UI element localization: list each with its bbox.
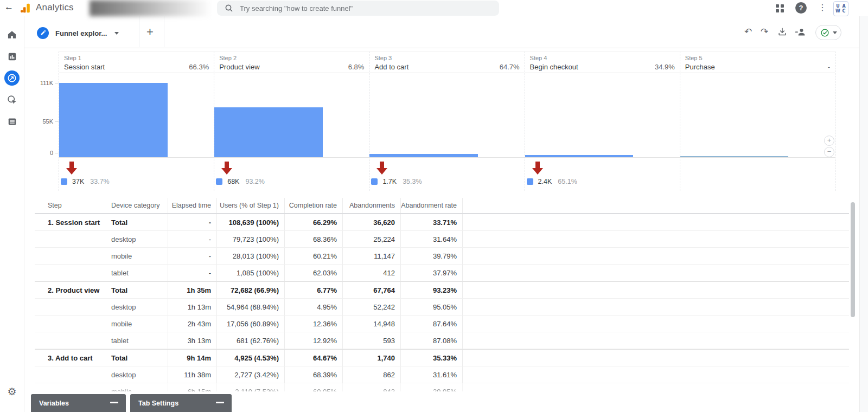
cell-device-category: tablet [108,265,168,281]
add-tab-button[interactable]: + [146,26,154,38]
tab-settings-panel-label: Tab Settings [138,400,178,407]
search-bar[interactable] [217,1,499,16]
sidebar-item-advertising[interactable] [0,93,24,106]
minimize-icon[interactable] [216,402,224,403]
cell-users: 17,056 (60.89%) [217,316,285,332]
applied-steps-button[interactable] [815,25,841,40]
zoom-out-button[interactable]: − [824,147,834,157]
col-header-completion-rate[interactable]: Completion rate [285,198,343,213]
table-row[interactable]: mobile 6h 15m 2,110 (7.53%) 60.05% 843 3… [35,383,849,391]
redacted-property-selector[interactable] [90,0,212,16]
funnel-bar[interactable] [59,83,168,157]
minimize-icon[interactable] [110,402,118,403]
funnel-step-label: Step 5 [685,55,830,61]
cell-abandonments: 52,242 [343,299,401,315]
abandonment-rate: 93.2% [245,178,264,185]
active-exploration-tab[interactable]: Funnel explor... [37,25,119,41]
cell-completion-rate: 62.03% [285,265,343,281]
cell-completion-rate: 12.92% [285,332,343,349]
apps-grid-icon[interactable] [776,4,784,12]
funnel-bar[interactable] [680,156,789,157]
funnel-plot-cell[interactable] [525,73,680,158]
legend-square-icon [371,178,378,185]
cell-abandonment-rate: 87.64% [401,316,463,332]
cell-step: 3. Add to cart [35,354,108,362]
table-row[interactable]: desktop - 79,723 (100%) 68.36% 25,224 31… [35,231,849,248]
table-row[interactable]: 1. Session start Total - 108,639 (100%) … [35,214,849,231]
funnel-plot-cell[interactable] [214,73,369,158]
col-header-abandonment-rate[interactable]: Abandonment rate [401,198,463,213]
zoom-in-button[interactable]: + [824,136,834,146]
funnel-bar[interactable] [369,154,478,157]
table-row[interactable]: desktop 1h 13m 54,964 (68.94%) 4.95% 52,… [35,299,849,316]
search-input[interactable] [239,4,480,13]
funnel-step-label: Step 1 [64,55,209,61]
analytics-logo-icon[interactable] [20,2,31,14]
admin-gear-icon[interactable]: ⚙ [0,385,24,398]
funnel-bar[interactable] [214,107,323,157]
share-users-icon[interactable] [794,27,806,37]
help-icon[interactable]: ? [795,2,807,14]
funnel-plot-cell[interactable] [680,73,835,158]
tab-settings-panel[interactable]: Tab Settings [130,394,232,412]
col-header-elapsed-time[interactable]: Elapsed time [168,198,217,213]
table-row[interactable]: desktop 11h 38m 2,727 (3.42%) 68.39% 862… [35,366,849,383]
table-row[interactable]: 2. Product view Total 1h 35m 72,682 (66.… [35,281,849,299]
funnel-step-header: Step 1 Session start 66.3% [59,52,214,73]
app-title: Analytics [36,2,74,13]
cell-abandonments: 593 [343,332,401,349]
col-header-step[interactable]: Step [35,202,108,209]
abandonment-count: 37K [72,178,84,185]
legend-square-icon [216,178,222,185]
sidebar-item-library[interactable] [0,115,24,128]
download-icon[interactable] [777,27,788,37]
cell-completion-rate: 12.36% [285,316,343,332]
more-vertical-icon[interactable]: ⋮ [818,2,827,12]
cell-abandonment-rate: 31.64% [401,231,463,247]
funnel-plot-cell[interactable] [59,73,214,158]
col-header-users[interactable]: Users (% of Step 1) [217,198,285,213]
funnel-step-name: Begin checkout [530,63,578,71]
back-arrow-icon[interactable]: ← [4,2,14,12]
sidebar-item-explore[interactable] [0,72,24,85]
funnel-step-header: Step 4 Begin checkout 34.9% [525,52,680,73]
vertical-scrollbar-thumb[interactable] [851,202,855,317]
funnel-step-column: Step 5 Purchase - [680,52,835,191]
tab-caret-icon [114,32,119,35]
cell-elapsed-time: - [168,265,217,281]
variables-panel[interactable]: Variables [31,394,126,412]
redo-icon[interactable]: ↷ [761,27,768,37]
exploration-tab-bar: Funnel explor... + ↶ ↷ [24,16,859,48]
cell-users: 72,682 (66.9%) [217,282,285,298]
cell-abandonments: 11,147 [343,248,401,264]
table-row[interactable]: tablet 3h 13m 681 (62.76%) 12.92% 593 87… [35,332,849,349]
funnel-abandonment-cell: 1.7K 35.3% [369,158,524,191]
cell-users: 79,723 (100%) [217,231,285,247]
account-avatar[interactable]: UA WC [833,1,848,16]
funnel-bar[interactable] [525,155,634,157]
tab-divider [139,16,139,47]
y-axis-tick [55,83,59,83]
y-axis-tick [55,121,59,122]
cell-elapsed-time: - [168,248,217,264]
funnel-step-column: Step 1 Session start 66.3% 37K 33.7% [59,52,214,191]
col-header-abandonments[interactable]: Abandonments [343,198,401,213]
undo-icon[interactable]: ↶ [744,27,752,37]
sidebar-item-home[interactable] [0,28,24,41]
sidebar-item-reports[interactable] [0,50,24,63]
funnel-plot-cell[interactable] [369,73,524,158]
table-row[interactable]: tablet - 1,085 (100%) 62.03% 412 37.97% [35,265,849,281]
cell-device-category: desktop [108,299,168,315]
cell-elapsed-time: - [168,214,217,230]
table-row[interactable]: 3. Add to cart Total 9h 14m 4,925 (4.53%… [35,349,849,366]
y-axis-tick [55,153,59,153]
cell-abandonment-rate: 39.79% [401,248,463,264]
funnel-data-table: Step Device category Elapsed time Users … [35,198,849,391]
abandonment-count: 68K [227,178,239,185]
table-row[interactable]: mobile - 28,013 (100%) 60.21% 11,147 39.… [35,248,849,265]
cell-users: 108,639 (100%) [217,214,285,230]
table-row[interactable]: mobile 2h 43m 17,056 (60.89%) 12.36% 14,… [35,316,849,332]
cell-abandonment-rate: 35.33% [401,350,463,366]
table-header-row: Step Device category Elapsed time Users … [35,198,849,214]
col-header-device-category[interactable]: Device category [108,198,168,213]
